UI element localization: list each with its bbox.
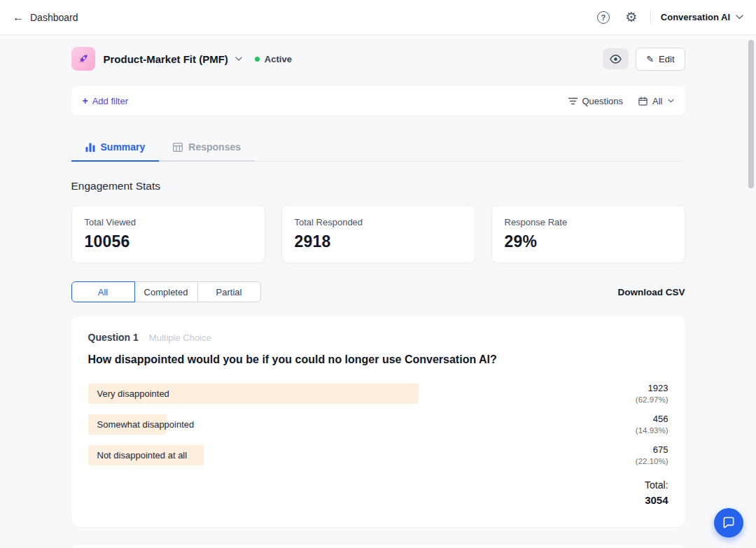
workspace-name: Conversation AI bbox=[661, 12, 730, 22]
answer-label: Somewhat disappointed bbox=[88, 419, 195, 430]
tab-summary-label: Summary bbox=[101, 141, 146, 153]
answer-stats: 675 (22.10%) bbox=[614, 444, 668, 467]
workspace-selector[interactable]: Conversation AI bbox=[661, 12, 743, 22]
bar-area: Not disappointed at all bbox=[88, 445, 614, 465]
edit-label: Edit bbox=[659, 54, 674, 64]
main-content: Product-Market Fit (PMF) Active ✎ Edit + bbox=[71, 35, 685, 548]
filter-lines-icon bbox=[568, 97, 578, 105]
survey-actions: ✎ Edit bbox=[603, 48, 685, 71]
stat-value: 10056 bbox=[85, 232, 252, 251]
survey-dropdown[interactable] bbox=[235, 57, 242, 61]
stat-card-response-rate: Response Rate 29% bbox=[491, 205, 685, 263]
chat-widget-button[interactable] bbox=[714, 508, 743, 538]
table-icon bbox=[173, 143, 183, 152]
segment-partial[interactable]: Partial bbox=[197, 281, 261, 302]
status-dot-icon bbox=[255, 57, 260, 62]
answer-label: Not disappointed at all bbox=[88, 450, 188, 461]
question-1-head: Question 1 Multiple Choice bbox=[88, 332, 668, 343]
survey-rocket-icon bbox=[71, 47, 95, 71]
answer-bar-row: Not disappointed at all 675 (22.10%) bbox=[88, 444, 668, 467]
survey-title: Product-Market Fit (PMF) bbox=[104, 53, 228, 65]
answer-percent: (62.97%) bbox=[614, 395, 668, 406]
completion-segmented-control: All Completed Partial bbox=[71, 281, 261, 302]
answer-count: 675 bbox=[614, 444, 668, 456]
bar-chart-icon bbox=[85, 143, 95, 152]
answer-stats: 456 (14.93%) bbox=[614, 413, 668, 436]
question-title: How disappointed would you be if you cou… bbox=[88, 353, 668, 366]
engagement-heading: Engagement Stats bbox=[71, 180, 685, 192]
bar-area: Somewhat disappointed bbox=[88, 414, 614, 435]
filter-right: Questions All bbox=[568, 96, 674, 106]
download-csv-link[interactable]: Download CSV bbox=[617, 287, 685, 297]
answer-count: 456 bbox=[614, 413, 668, 426]
stat-value: 2918 bbox=[295, 232, 462, 251]
help-button[interactable]: ? bbox=[594, 8, 612, 27]
answer-percent: (22.10%) bbox=[614, 456, 668, 468]
plus-icon: + bbox=[83, 96, 88, 106]
topbar: ← Dashboard ? ⚙ Conversation AI bbox=[0, 0, 756, 35]
answer-percent: (14.93%) bbox=[614, 426, 668, 437]
bar-area: Very disappointed bbox=[88, 384, 614, 404]
answer-count: 1923 bbox=[614, 382, 668, 395]
preview-button[interactable] bbox=[603, 48, 629, 69]
survey-header: Product-Market Fit (PMF) Active ✎ Edit bbox=[71, 47, 685, 71]
answer-bar: Very disappointed bbox=[88, 384, 419, 404]
stat-label: Total Responded bbox=[295, 217, 462, 227]
answer-bar-row: Very disappointed 1923 (62.97%) bbox=[88, 382, 668, 405]
eye-icon bbox=[610, 55, 622, 64]
total-label: Total: bbox=[88, 478, 668, 493]
question-type: Multiple Choice bbox=[149, 332, 211, 343]
stats-row: Total Viewed 10056 Total Responded 2918 … bbox=[71, 205, 685, 263]
tab-responses-label: Responses bbox=[188, 141, 241, 153]
edit-button[interactable]: ✎ Edit bbox=[636, 48, 685, 71]
add-filter-label: Add filter bbox=[92, 96, 128, 106]
stat-card-total-viewed: Total Viewed 10056 bbox=[71, 205, 265, 263]
segment-row: All Completed Partial Download CSV bbox=[71, 281, 685, 302]
total-value: 3054 bbox=[88, 493, 668, 509]
stat-card-total-responded: Total Responded 2918 bbox=[281, 205, 475, 263]
pencil-icon: ✎ bbox=[646, 54, 654, 64]
back-label: Dashboard bbox=[30, 12, 78, 23]
help-icon: ? bbox=[597, 11, 610, 24]
date-range-filter[interactable]: All bbox=[638, 96, 673, 106]
back-arrow-icon: ← bbox=[13, 12, 24, 23]
topbar-divider bbox=[650, 10, 651, 25]
topbar-actions: ? ⚙ Conversation AI bbox=[594, 8, 743, 27]
stat-label: Total Viewed bbox=[85, 217, 252, 227]
add-filter-button[interactable]: + Add filter bbox=[83, 96, 129, 106]
settings-button[interactable]: ⚙ bbox=[622, 8, 640, 27]
chevron-down-icon bbox=[235, 57, 242, 61]
answer-bar: Not disappointed at all bbox=[88, 445, 204, 465]
answer-bar: Somewhat disappointed bbox=[88, 414, 167, 435]
scrollbar-thumb[interactable] bbox=[748, 40, 754, 188]
chevron-down-icon bbox=[668, 99, 674, 103]
answer-label: Very disappointed bbox=[88, 388, 169, 399]
questions-filter[interactable]: Questions bbox=[568, 96, 624, 106]
view-tabs: Summary Responses bbox=[71, 135, 685, 162]
chat-bubble-icon bbox=[722, 516, 736, 530]
stat-value: 29% bbox=[505, 232, 672, 251]
status-label: Active bbox=[265, 54, 292, 64]
segment-all[interactable]: All bbox=[71, 281, 135, 302]
rocket-icon bbox=[76, 52, 90, 66]
question-2-card: Question 2 Long Text Text Cloud bbox=[71, 545, 685, 548]
filter-bar: + Add filter Questions All bbox=[71, 86, 685, 115]
total-block: Total: 3054 bbox=[88, 478, 668, 509]
date-range-label: All bbox=[652, 96, 662, 106]
question-number: Question 1 bbox=[88, 332, 139, 343]
back-to-dashboard[interactable]: ← Dashboard bbox=[13, 12, 78, 23]
answer-stats: 1923 (62.97%) bbox=[614, 382, 668, 405]
answer-bar-row: Somewhat disappointed 456 (14.93%) bbox=[88, 413, 668, 436]
gear-icon: ⚙ bbox=[625, 10, 637, 24]
segment-completed[interactable]: Completed bbox=[134, 281, 198, 302]
status-badge: Active bbox=[255, 54, 292, 64]
calendar-icon bbox=[638, 97, 648, 106]
chevron-down-icon bbox=[736, 15, 743, 20]
questions-filter-label: Questions bbox=[582, 96, 624, 106]
tab-summary[interactable]: Summary bbox=[71, 135, 160, 162]
tab-responses[interactable]: Responses bbox=[159, 135, 255, 162]
question-1-card: Question 1 Multiple Choice How disappoin… bbox=[71, 316, 685, 527]
stat-label: Response Rate bbox=[505, 217, 672, 227]
